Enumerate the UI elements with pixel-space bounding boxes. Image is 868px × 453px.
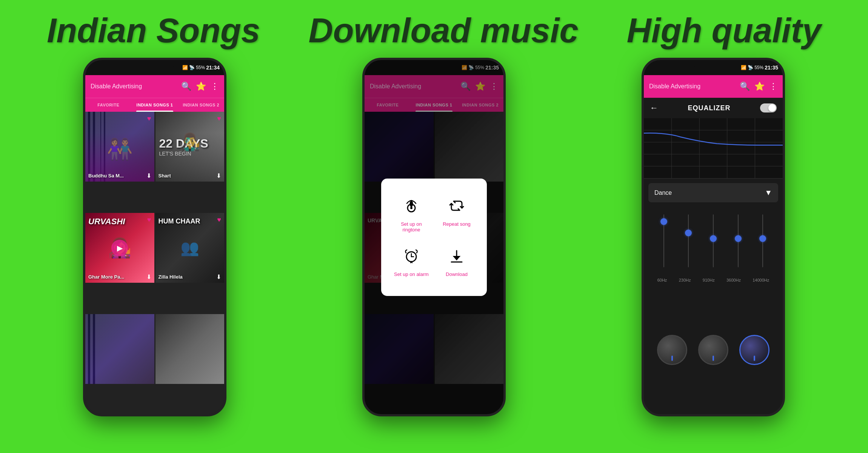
- song-title-zilla: Zilla Hilela: [159, 274, 183, 280]
- more-icon-3[interactable]: ⋮: [769, 82, 777, 91]
- download-icon-1[interactable]: ⬇: [146, 172, 151, 179]
- eq-thumb-14000hz[interactable]: [759, 235, 766, 242]
- eq-track-14000hz[interactable]: [762, 214, 763, 267]
- back-button[interactable]: ←: [650, 103, 658, 113]
- eq-track-230hz[interactable]: [688, 214, 689, 267]
- heart-icon-2[interactable]: ♥: [217, 115, 221, 123]
- eq-thumb-910hz[interactable]: [710, 235, 717, 242]
- heart-icon-1[interactable]: ♥: [147, 115, 151, 123]
- dialog-box: Set up on ringtone Repeat song: [381, 179, 487, 296]
- app-title-3: Disable Advertising: [649, 83, 735, 90]
- status-bar-1: 📶 📡 55% 21:34: [85, 60, 224, 75]
- eq-title: EQUALIZER: [663, 104, 756, 112]
- eq-freq-labels: 60Hz 230Hz 910Hz 3600Hz 14000Hz: [644, 275, 783, 285]
- tab-indian-songs2-1[interactable]: INDIAN SONGS 2: [178, 98, 224, 112]
- eq-thumb-60hz[interactable]: [660, 218, 667, 225]
- signal-icon-1: 📶: [182, 65, 188, 70]
- eq-track-60hz[interactable]: [663, 214, 664, 267]
- song-card-5[interactable]: [85, 314, 154, 384]
- wifi-icon-3: 📡: [748, 65, 753, 70]
- svg-marker-7: [453, 256, 460, 260]
- eq-slider-230hz[interactable]: [683, 214, 694, 275]
- status-bar-3: 📶 📡 55% 21:35: [644, 60, 783, 75]
- title-indian-songs: Indian Songs: [47, 11, 260, 50]
- knob-treble[interactable]: [698, 335, 728, 365]
- song-card-6[interactable]: [155, 314, 225, 384]
- app-title-1: Disable Advertising: [91, 83, 177, 90]
- eq-track-910hz[interactable]: [713, 214, 714, 267]
- repeat-icon: [448, 197, 465, 217]
- dialog-download[interactable]: Download: [434, 240, 479, 285]
- app-bar-1: Disable Advertising 🔍 ⭐ ⋮: [85, 75, 224, 98]
- heart-icon-3[interactable]: ♥: [147, 216, 151, 224]
- star-icon-1[interactable]: ⭐: [196, 82, 206, 91]
- heart-icon-4[interactable]: ♥: [217, 216, 221, 224]
- play-button-3[interactable]: ▶: [111, 240, 128, 256]
- eq-slider-14000hz[interactable]: [757, 214, 768, 275]
- title-download-music: Download music: [308, 11, 578, 50]
- song-title-shart: Shart: [159, 173, 171, 179]
- svg-point-1: [410, 207, 412, 209]
- phones-row: 📶 📡 55% 21:34 Disable Advertising 🔍 ⭐ ⋮ …: [0, 58, 868, 416]
- download-label: Download: [446, 271, 468, 277]
- phone-content-1: Disable Advertising 🔍 ⭐ ⋮ FAVORITE INDIA…: [85, 75, 224, 414]
- urvashi-text: URVASHI: [88, 217, 125, 226]
- phone-content-3: Disable Advertising 🔍 ⭐ ⋮ ← EQUALIZER: [644, 75, 783, 414]
- eq-chart: [644, 118, 783, 179]
- freq-230hz: 230Hz: [679, 278, 691, 282]
- song-card-shart[interactable]: 22 DAYS LET'S BEGIN 👨‍🎤 ♥ Shart ⬇: [155, 112, 225, 182]
- phone-indian-songs: 📶 📡 55% 21:34 Disable Advertising 🔍 ⭐ ⋮ …: [83, 58, 226, 416]
- repeat-label: Repeat song: [443, 221, 471, 227]
- song-title-buddhu: Buddhu Sa M...: [88, 173, 124, 179]
- search-icon-3[interactable]: 🔍: [740, 82, 750, 91]
- phone-equalizer: 📶 📡 55% 21:35 Disable Advertising 🔍 ⭐ ⋮ …: [642, 58, 785, 416]
- chevron-down-icon: ▼: [765, 188, 772, 197]
- hum-chaar-text: HUM CHAAR: [159, 217, 200, 225]
- ringtone-label: Set up on ringtone: [392, 221, 430, 233]
- download-icon-2[interactable]: ⬇: [216, 172, 221, 179]
- eq-grid-svg: [644, 118, 783, 178]
- dialog-alarm[interactable]: Set up on alarm: [389, 240, 434, 285]
- eq-slider-60hz[interactable]: [658, 214, 669, 275]
- tab-favorite-1[interactable]: FAVORITE: [85, 98, 132, 112]
- tabs-1: FAVORITE INDIAN SONGS 1 INDIAN SONGS 2: [85, 98, 224, 112]
- knob-volume[interactable]: [739, 335, 770, 365]
- eq-thumb-3600hz[interactable]: [735, 235, 742, 242]
- song-card-ghar[interactable]: 👩‍🎤 URVASHI ♥ ▶ Ghar More Pa... ⬇: [85, 213, 154, 283]
- more-icon-1[interactable]: ⋮: [211, 82, 219, 91]
- search-icon-1[interactable]: 🔍: [181, 82, 191, 91]
- dialog-repeat[interactable]: Repeat song: [434, 190, 479, 240]
- download-icon-3[interactable]: ⬇: [146, 273, 151, 280]
- eq-slider-910hz[interactable]: [708, 214, 719, 275]
- eq-track-3600hz[interactable]: [738, 214, 739, 267]
- eq-thumb-230hz[interactable]: [685, 230, 692, 236]
- eq-preset-label: Dance: [654, 190, 672, 196]
- status-icons-1: 📶 📡 55% 21:34: [182, 65, 220, 71]
- song-card-zilla[interactable]: 👥 HUM CHAAR ♥ Zilla Hilela ⬇: [155, 213, 225, 283]
- eq-preset-dropdown[interactable]: Dance ▼: [648, 183, 778, 202]
- star-icon-3[interactable]: ⭐: [754, 82, 765, 91]
- download-icon-dialog: [448, 248, 465, 268]
- freq-910hz: 910Hz: [703, 278, 715, 282]
- tab-indian-songs1-1[interactable]: INDIAN SONGS 1: [132, 98, 178, 112]
- song-title-ghar: Ghar More Pa...: [88, 274, 124, 280]
- status-icons-3: 📶 📡 55% 21:35: [741, 65, 778, 71]
- song-card-buddhu[interactable]: 👫 ♥ Buddhu Sa M... ⬇: [85, 112, 154, 182]
- ringtone-icon: [403, 197, 420, 217]
- title-high-quality: High quality: [627, 11, 821, 50]
- freq-14000hz: 14000Hz: [753, 278, 769, 282]
- alarm-icon: [403, 248, 420, 268]
- phone-content-2: Disable Advertising 🔍 ⭐ ⋮ FAVORITE INDIA…: [365, 75, 503, 414]
- download-icon-4[interactable]: ⬇: [216, 273, 221, 280]
- alarm-label: Set up on alarm: [394, 271, 429, 277]
- titles-row: Indian Songs Download music High quality: [0, 0, 868, 58]
- clock-3: 21:35: [765, 65, 778, 71]
- eq-slider-3600hz[interactable]: [733, 214, 744, 275]
- eq-sliders: [644, 207, 783, 275]
- eq-knobs: [644, 285, 783, 414]
- battery-text-1: 55%: [196, 65, 205, 70]
- knob-bass[interactable]: [657, 335, 687, 365]
- svg-line-6: [411, 262, 412, 263]
- eq-toggle[interactable]: [760, 103, 777, 112]
- dialog-ringtone[interactable]: Set up on ringtone: [389, 190, 434, 240]
